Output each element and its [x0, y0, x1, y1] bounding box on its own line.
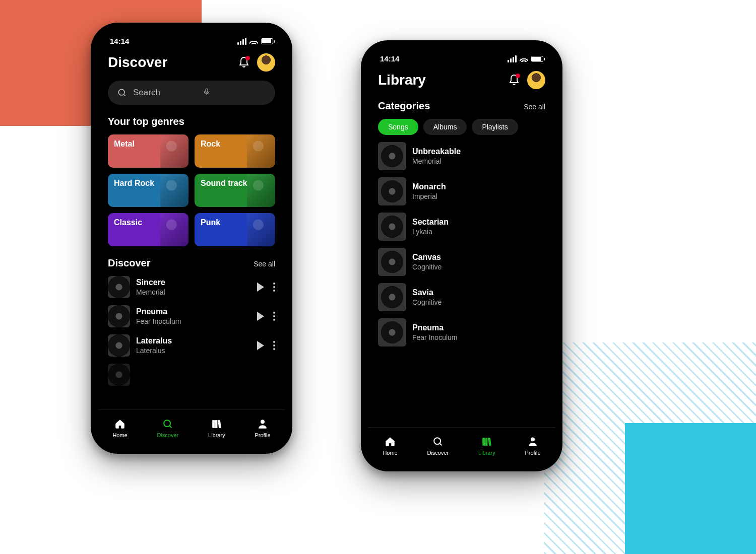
library-icon	[481, 436, 493, 447]
chip-playlists[interactable]: Playlists	[472, 119, 518, 135]
play-button[interactable]	[257, 341, 264, 350]
track-name: Pneuma	[412, 323, 545, 332]
decor-cyan-block	[625, 423, 756, 554]
nav-discover[interactable]: Discover	[157, 419, 178, 438]
battery-icon	[261, 38, 273, 44]
profile-icon	[257, 419, 269, 430]
see-all-link[interactable]: See all	[254, 260, 275, 268]
device-notch	[419, 40, 505, 54]
wifi-icon	[249, 38, 258, 44]
notifications-button[interactable]	[508, 74, 520, 86]
svg-rect-4	[215, 421, 217, 428]
album-art	[108, 276, 130, 298]
genre-art	[247, 213, 275, 246]
notification-dot-icon	[516, 74, 520, 78]
track-row[interactable]: Lateralus Lateralus	[108, 334, 275, 357]
album-art	[378, 142, 406, 170]
nav-profile[interactable]: Profile	[255, 419, 270, 438]
page-title: Discover	[108, 54, 167, 71]
notification-dot-icon	[245, 56, 250, 60]
phone-library: 14:14 Library Categories	[361, 40, 562, 471]
more-button[interactable]	[273, 341, 275, 350]
track-row[interactable]: Unbreakable Memorial	[378, 142, 545, 170]
avatar[interactable]	[257, 53, 275, 72]
track-name: Monarch	[412, 182, 545, 191]
nav-library[interactable]: Library	[478, 436, 495, 456]
track-name: Savia	[412, 288, 545, 297]
album-art	[108, 364, 130, 386]
more-button[interactable]	[273, 312, 275, 321]
album-art	[378, 318, 406, 347]
nav-home[interactable]: Home	[112, 419, 127, 438]
track-row[interactable]: Monarch Imperial	[378, 177, 545, 205]
track-row[interactable]: Sincere Memorial	[108, 276, 275, 298]
track-row[interactable]: Pneuma Fear Inoculum	[378, 318, 545, 347]
search-icon	[162, 419, 174, 430]
genre-label: Metal	[114, 140, 135, 148]
album-art	[378, 248, 406, 276]
see-all-link[interactable]: See all	[524, 103, 545, 111]
track-name: Pneuma	[136, 307, 251, 316]
more-button[interactable]	[273, 283, 275, 292]
svg-rect-8	[485, 438, 487, 446]
battery-icon	[531, 56, 543, 62]
track-artist: Lateralus	[136, 347, 251, 355]
genre-label: Sound track	[201, 179, 247, 187]
track-row[interactable]	[108, 364, 275, 386]
nav-discover[interactable]: Discover	[427, 436, 449, 456]
nav-label: Discover	[427, 450, 449, 456]
album-art	[108, 305, 130, 327]
track-name: Canvas	[412, 253, 545, 262]
nav-label: Library	[208, 432, 225, 438]
genre-art	[160, 174, 188, 207]
device-notch	[149, 23, 234, 37]
genre-card-metal[interactable]: Metal	[108, 134, 188, 168]
track-name: Unbreakable	[412, 147, 545, 156]
track-row[interactable]: Canvas Cognitive	[378, 248, 545, 276]
notifications-button[interactable]	[238, 56, 250, 68]
phone-discover: 14:14 Discover Search	[91, 23, 292, 454]
search-icon	[432, 436, 444, 447]
track-row[interactable]: Sectarian Lykaia	[378, 213, 545, 241]
library-icon	[211, 419, 223, 430]
mic-button[interactable]	[203, 87, 266, 99]
genre-card-rock[interactable]: Rock	[195, 134, 275, 168]
genre-card-soundtrack[interactable]: Sound track	[195, 174, 275, 207]
microphone-icon	[203, 87, 211, 97]
genre-label: Rock	[201, 140, 220, 148]
track-row[interactable]: Savia Cognitive	[378, 283, 545, 311]
status-time: 14:14	[110, 37, 129, 45]
genre-card-punk[interactable]: Punk	[195, 213, 275, 246]
genre-card-classic[interactable]: Classic	[108, 213, 188, 246]
nav-label: Profile	[525, 450, 540, 456]
genre-label: Punk	[201, 218, 220, 227]
avatar[interactable]	[527, 71, 545, 89]
search-input[interactable]: Search	[108, 81, 275, 105]
nav-library[interactable]: Library	[208, 419, 225, 438]
bottom-nav: Home Discover Library Profile	[368, 427, 555, 464]
svg-rect-7	[483, 438, 485, 446]
nav-profile[interactable]: Profile	[525, 436, 540, 456]
nav-label: Library	[478, 450, 495, 456]
svg-rect-3	[213, 421, 215, 428]
chip-songs[interactable]: Songs	[378, 119, 418, 135]
album-art	[108, 334, 130, 357]
play-button[interactable]	[257, 283, 264, 292]
signal-icon	[237, 38, 246, 45]
track-name: Sincere	[136, 278, 251, 287]
wifi-icon	[520, 56, 528, 62]
page-title: Library	[378, 72, 426, 88]
track-artist: Cognitive	[412, 298, 545, 306]
track-row[interactable]: Pneuma Fear Inoculum	[108, 305, 275, 327]
nav-label: Discover	[157, 432, 178, 438]
play-button[interactable]	[257, 312, 264, 321]
search-icon	[117, 88, 127, 98]
album-art	[378, 177, 406, 205]
genre-art	[160, 134, 188, 168]
chip-albums[interactable]: Albums	[423, 119, 467, 135]
search-placeholder: Search	[133, 88, 197, 98]
track-artist: Memorial	[412, 157, 545, 165]
nav-home[interactable]: Home	[383, 436, 397, 456]
genre-card-hard-rock[interactable]: Hard Rock	[108, 174, 188, 207]
genre-art	[160, 213, 188, 246]
